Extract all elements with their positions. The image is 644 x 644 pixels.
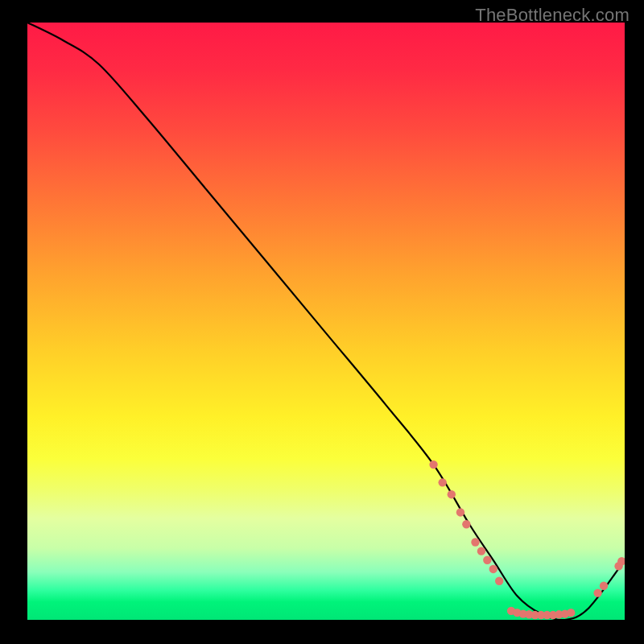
data-point	[495, 577, 503, 585]
data-point	[448, 490, 456, 498]
chart-svg	[27, 23, 625, 620]
data-point	[593, 588, 601, 597]
curve-line	[27, 23, 625, 620]
data-point	[438, 478, 446, 486]
data-point	[600, 582, 608, 590]
data-point	[489, 565, 497, 573]
data-point	[429, 460, 437, 469]
data-point	[477, 547, 485, 555]
data-point	[483, 556, 491, 564]
chart-frame: TheBottleneck.com	[0, 0, 644, 644]
data-point	[471, 538, 479, 546]
plot-area	[27, 23, 625, 620]
curve-markers	[429, 460, 625, 619]
data-point	[456, 508, 464, 516]
data-point	[567, 609, 575, 617]
data-point	[462, 520, 470, 528]
